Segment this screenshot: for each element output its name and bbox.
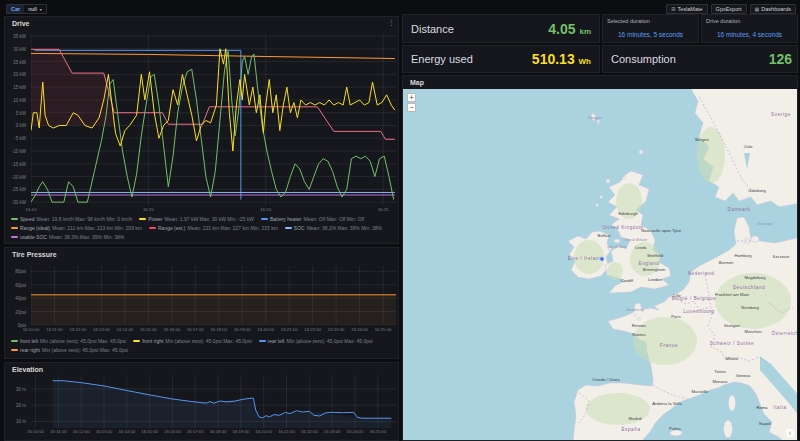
y-tick-label: 20psi bbox=[15, 309, 26, 314]
x-tick-label: 16:24:00 bbox=[347, 429, 364, 434]
map-label-edinburgh: Edinburgh bbox=[618, 211, 638, 216]
legend-series-stats: Mean: 211 km Max: 213 km Min: 209 km bbox=[52, 225, 142, 231]
panel-elevation-title: Elevation bbox=[12, 366, 43, 373]
legend-item[interactable]: rear rightMin (above zero): 45.0psi Max:… bbox=[11, 346, 128, 354]
panel-menu-icon[interactable]: ⋮ bbox=[388, 19, 395, 26]
legend-item[interactable]: Battery heaterMean: Off Max: Off Min: Of… bbox=[261, 215, 364, 223]
legend-swatch bbox=[259, 340, 266, 342]
y-tick-label: 10 m bbox=[16, 419, 26, 424]
map-label-szczecin: Szczecin bbox=[773, 254, 790, 259]
x-tick-label: 16:16:00 bbox=[164, 429, 181, 434]
x-tick-label: 16:11:00 bbox=[46, 327, 62, 332]
legend-series-stats: Mean: 38.3% Max: 39% Min: 38% bbox=[49, 234, 124, 240]
car-variable-label: Car bbox=[7, 5, 24, 13]
map-label-oviedo-uvi-u: Oviedo / Uviéu bbox=[592, 377, 620, 382]
legend-swatch bbox=[261, 218, 268, 220]
legend-series-name: Battery heater bbox=[270, 216, 301, 222]
x-tick-label: 16:12:00 bbox=[70, 327, 87, 332]
legend-series-stats: Mean: 1.97 kW Max: 30 kW Min: -25 kW bbox=[165, 216, 254, 222]
map-label-deutschland: Deutschland bbox=[733, 285, 765, 290]
x-tick-label: 16:15:00 bbox=[141, 429, 158, 434]
map-label-espa-a: España bbox=[621, 427, 640, 432]
y-tick-label: -30 kW bbox=[12, 200, 26, 205]
drive-location-marker[interactable] bbox=[600, 257, 604, 261]
map-attribution-icon[interactable]: i bbox=[786, 429, 794, 437]
y-tick-label: -25 kW bbox=[12, 187, 26, 192]
legend-swatch bbox=[133, 340, 140, 342]
y-tick-label: 80psi bbox=[15, 269, 26, 274]
map-label-sverige: Sverige bbox=[771, 112, 791, 117]
car-variable-dropdown[interactable]: Car null ▾ bbox=[6, 4, 47, 14]
x-tick-label: 16:10:00 bbox=[27, 429, 44, 434]
y-tick-label: 30 kW bbox=[13, 46, 26, 51]
legend-series-name: Speed bbox=[20, 216, 34, 222]
x-tick-label: 16:10 bbox=[26, 207, 37, 212]
y-tick-label: 10 kW bbox=[13, 97, 26, 102]
map-label-g-teborg: Göteborg bbox=[748, 188, 766, 193]
legend-item[interactable]: SOCMean: 38.2% Max: 39% Min: 38% bbox=[285, 224, 382, 232]
panel-distance: Distance 4.05 km bbox=[402, 14, 600, 43]
legend-item[interactable]: usable SOCMean: 38.3% Max: 39% Min: 38% bbox=[11, 233, 124, 241]
energy-used-unit: Wh bbox=[579, 57, 591, 66]
x-tick-label: 16:13:00 bbox=[93, 327, 110, 332]
map-label-guernsey: Guernsey bbox=[626, 307, 644, 312]
dashboard-links: ⊞TeslaMateGpxExport▦Dashboards bbox=[666, 4, 796, 14]
europe-map[interactable]: FøroyarSverigeBergenOsloGöteborgDanmarkK… bbox=[403, 89, 798, 441]
map-label-london: London bbox=[648, 277, 663, 282]
selected-duration-value: 16 minutes, 5 seconds bbox=[603, 31, 698, 38]
map-label-cardiff: Cardiff bbox=[621, 278, 634, 283]
legend-item[interactable]: rear leftMin (above zero): 45.0psi Max: … bbox=[259, 337, 373, 345]
car-variable-value[interactable]: null ▾ bbox=[24, 5, 46, 13]
map-label-m-nchen: München bbox=[744, 329, 762, 334]
legend-swatch bbox=[11, 218, 18, 220]
map-label-belgi-belgique: België / Belgique bbox=[672, 296, 717, 301]
legend-swatch bbox=[11, 340, 18, 342]
x-tick-label: 16:25:00 bbox=[369, 429, 386, 434]
map-label-genova: Genova bbox=[736, 373, 751, 378]
chart-legend: front leftMin (above zero): 45.0psi Max:… bbox=[5, 337, 400, 357]
x-tick-label: 16:12:00 bbox=[73, 429, 90, 434]
x-tick-label: 16:25 bbox=[378, 207, 389, 212]
x-tick-label: 16:11:00 bbox=[50, 429, 66, 434]
plot-area[interactable] bbox=[31, 266, 396, 325]
map-label-palma: Palma bbox=[669, 426, 682, 431]
panel-map: Map + − i bbox=[402, 75, 798, 441]
map-label-hamburg: Hamburg bbox=[734, 253, 752, 258]
x-tick-label: 16:24:00 bbox=[351, 327, 368, 332]
x-tick-label: 16:23:00 bbox=[328, 327, 345, 332]
legend-item[interactable]: Range (est.)Mean: 221 km Max: 227 km Min… bbox=[149, 224, 278, 232]
map-label-marseille: Marseille bbox=[692, 389, 709, 394]
panel-energy-used: Energy used 510.13 Wh bbox=[402, 45, 600, 73]
legend-item[interactable]: PowerMean: 1.97 kW Max: 30 kW Min: -25 k… bbox=[139, 215, 254, 223]
toolbar-button-teslamate[interactable]: ⊞TeslaMate bbox=[666, 4, 707, 14]
map-label-roma: Roma bbox=[756, 405, 768, 410]
toolbar-button-dashboards[interactable]: ▦Dashboards bbox=[750, 4, 796, 14]
map-label-frankfurt-am-main: Frankfurt am Main bbox=[715, 292, 750, 297]
map-zoom-in-button[interactable]: + bbox=[407, 93, 416, 102]
series-tire-fill bbox=[31, 295, 396, 325]
legend-series-stats: Mean: 221 km Max: 227 km Min: 215 km bbox=[188, 225, 278, 231]
legend-item[interactable]: front leftMin (above zero): 45.0psi Max:… bbox=[11, 337, 126, 345]
plot-area[interactable] bbox=[31, 375, 396, 428]
teslamate-icon: ⊞ bbox=[671, 6, 675, 12]
y-tick-label: 35 kW bbox=[13, 34, 26, 39]
legend-item[interactable]: front rightMin (above zero): 45.0psi Max… bbox=[133, 337, 251, 345]
toolbar-button-gpxexport[interactable]: GpxExport bbox=[711, 4, 747, 14]
panel-elevation: Elevation 10 m20 m30 m16:10:0016:11:0016… bbox=[4, 362, 399, 441]
legend-series-stats: Mean: 19.8 km/h Max: 98 km/h Min: 0 km/h bbox=[36, 216, 132, 222]
panel-map-title: Map bbox=[410, 79, 424, 86]
map-label-great-britain: Great Britain bbox=[625, 237, 648, 242]
legend-item[interactable]: Range (ideal)Mean: 211 km Max: 213 km Mi… bbox=[11, 224, 142, 232]
map-label-leeds: Leeds bbox=[635, 245, 646, 250]
y-tick-label: 60psi bbox=[15, 282, 26, 287]
x-tick-label: 16:14:00 bbox=[117, 327, 134, 332]
legend-item[interactable]: SpeedMean: 19.8 km/h Max: 98 km/h Min: 0… bbox=[11, 215, 132, 223]
plot-area[interactable] bbox=[31, 34, 396, 206]
map-label-nederland: Nederland bbox=[688, 271, 715, 276]
legend-swatch bbox=[149, 227, 156, 229]
dashboards-icon: ▦ bbox=[755, 6, 760, 12]
map-zoom-out-button[interactable]: − bbox=[407, 103, 416, 112]
map-label-bergen: Bergen bbox=[695, 137, 709, 142]
map-label-nantes: Nantes bbox=[632, 332, 645, 337]
x-axis: 16:10:0016:11:0016:12:0016:13:0016:14:00… bbox=[31, 327, 396, 335]
